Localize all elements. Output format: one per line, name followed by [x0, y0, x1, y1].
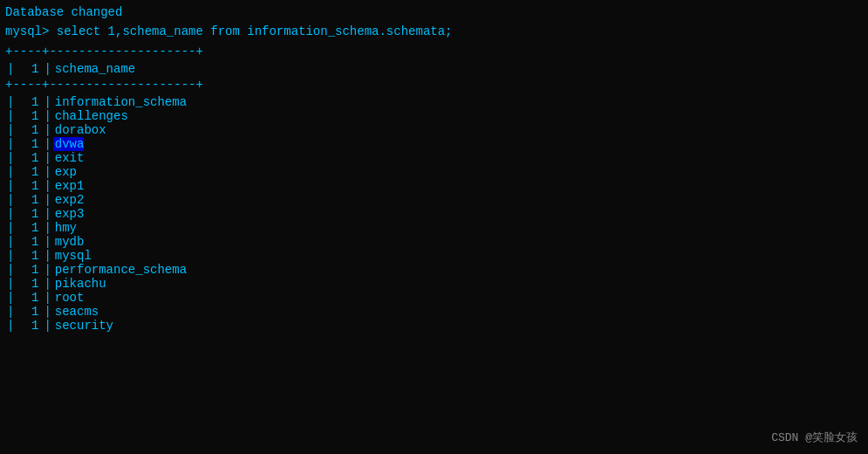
- row-sep2: |: [42, 305, 52, 319]
- row-sep1: |: [5, 165, 16, 179]
- table-row: |1|pikachu: [5, 277, 863, 291]
- row-num: 1: [16, 109, 42, 123]
- row-num: 1: [16, 123, 42, 137]
- row-sep2: |: [42, 151, 52, 165]
- row-num: 1: [16, 137, 42, 151]
- row-num: 1: [16, 305, 42, 319]
- table-row: |1|performance_schema: [5, 263, 863, 277]
- row-sep1: |: [5, 277, 16, 291]
- row-num: 1: [16, 235, 42, 249]
- query-result-table: +----+--------------------+ | 1 | schema…: [5, 43, 863, 332]
- row-sep1: |: [5, 207, 16, 221]
- row-schema-name: information_schema: [53, 95, 187, 109]
- row-num: 1: [16, 95, 42, 109]
- row-schema-name: mydb: [53, 235, 85, 249]
- table-row: |1|mysql: [5, 249, 863, 263]
- table-header: | 1 | schema_name: [5, 62, 863, 76]
- row-num: 1: [16, 221, 42, 235]
- row-sep1: |: [5, 123, 16, 137]
- sep2: |: [42, 62, 52, 76]
- table-row: |1|exp3: [5, 207, 863, 221]
- table-row: |1|mydb: [5, 235, 863, 249]
- row-sep1: |: [5, 235, 16, 249]
- row-schema-name: mysql: [53, 249, 92, 263]
- row-sep1: |: [5, 249, 16, 263]
- row-sep2: |: [42, 277, 52, 291]
- row-sep2: |: [42, 291, 52, 305]
- table-row: |1|exp1: [5, 179, 863, 193]
- row-num: 1: [16, 179, 42, 193]
- row-schema-name: security: [53, 319, 113, 333]
- row-sep1: |: [5, 291, 16, 305]
- row-sep2: |: [42, 179, 52, 193]
- row-sep1: |: [5, 263, 16, 277]
- sep1: |: [5, 62, 16, 76]
- row-num: 1: [16, 277, 42, 291]
- row-schema-name: exp1: [53, 179, 85, 193]
- table-row: |1|dvwa: [5, 137, 863, 151]
- divider-mid: +----+--------------------+: [5, 76, 863, 95]
- row-schema-name: performance_schema: [53, 263, 187, 277]
- row-schema-name: exp3: [53, 207, 85, 221]
- row-sep2: |: [42, 109, 52, 123]
- table-row: |1|security: [5, 319, 863, 333]
- row-sep1: |: [5, 179, 16, 193]
- row-sep1: |: [5, 193, 16, 207]
- row-sep2: |: [42, 95, 52, 109]
- row-schema-name: exp: [53, 165, 77, 179]
- header-num: 1: [16, 62, 42, 76]
- row-sep2: |: [42, 165, 52, 179]
- row-sep2: |: [42, 249, 52, 263]
- row-sep2: |: [42, 193, 52, 207]
- row-schema-name: hmy: [53, 221, 77, 235]
- table-rows: |1|information_schema|1|challenges|1|dor…: [5, 95, 863, 333]
- row-schema-name: dorabox: [53, 123, 106, 137]
- row-schema-name: root: [53, 291, 85, 305]
- row-sep2: |: [42, 207, 52, 221]
- query-line: mysql> select 1,schema_name from informa…: [5, 23, 863, 42]
- table-row: |1|root: [5, 291, 863, 305]
- row-schema-name: seacms: [53, 305, 99, 319]
- row-num: 1: [16, 319, 42, 333]
- row-schema-name: exit: [53, 151, 85, 165]
- row-schema-name: dvwa: [53, 137, 85, 151]
- divider-top: +----+--------------------+: [5, 43, 863, 62]
- row-sep2: |: [42, 319, 52, 333]
- table-row: |1|exit: [5, 151, 863, 165]
- row-sep1: |: [5, 95, 16, 109]
- header-schema-name: schema_name: [53, 62, 135, 76]
- row-sep1: |: [5, 109, 16, 123]
- row-sep2: |: [42, 221, 52, 235]
- row-schema-name: challenges: [53, 109, 128, 123]
- row-sep1: |: [5, 151, 16, 165]
- row-num: 1: [16, 263, 42, 277]
- table-row: |1|exp: [5, 165, 863, 179]
- row-schema-name: exp2: [53, 193, 85, 207]
- table-row: |1|seacms: [5, 305, 863, 319]
- row-num: 1: [16, 207, 42, 221]
- row-sep1: |: [5, 221, 16, 235]
- table-row: |1|dorabox: [5, 123, 863, 137]
- table-row: |1|challenges: [5, 109, 863, 123]
- row-sep2: |: [42, 123, 52, 137]
- row-sep2: |: [42, 137, 52, 151]
- watermark: CSDN @笑脸女孩: [771, 430, 858, 445]
- row-sep1: |: [5, 305, 16, 319]
- terminal: Database changed mysql> select 1,schema_…: [0, 0, 868, 454]
- table-row: |1|exp2: [5, 193, 863, 207]
- row-schema-name: pikachu: [53, 277, 106, 291]
- row-sep1: |: [5, 137, 16, 151]
- row-sep2: |: [42, 235, 52, 249]
- db-changed-line: Database changed: [5, 3, 863, 23]
- row-sep1: |: [5, 319, 16, 333]
- row-num: 1: [16, 151, 42, 165]
- row-num: 1: [16, 193, 42, 207]
- row-num: 1: [16, 165, 42, 179]
- row-num: 1: [16, 249, 42, 263]
- table-row: |1|information_schema: [5, 95, 863, 109]
- row-num: 1: [16, 291, 42, 305]
- row-sep2: |: [42, 263, 52, 277]
- table-row: |1|hmy: [5, 221, 863, 235]
